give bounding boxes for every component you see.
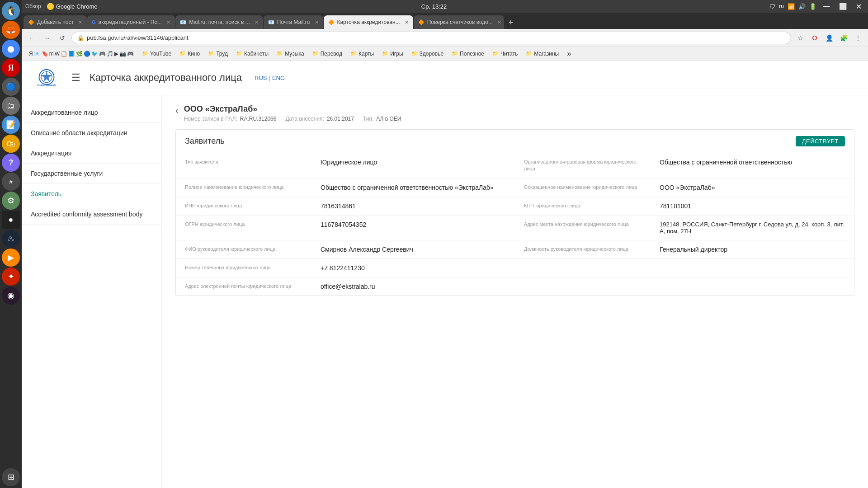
bookmark-perevod[interactable]: 📁 Перевод — [309, 48, 346, 59]
bookmark-misc-icons[interactable]: Я 📧 🔖 m W 📋 📘 🌿 🔵 🐦 🎮 🎵 ▶ 📷 🎮 — [25, 48, 137, 59]
sidebar-item-state-services[interactable]: Государственные услуги — [22, 164, 161, 184]
field-value-kpp: 781101001 — [651, 197, 854, 215]
close-icon[interactable]: ✕ — [853, 2, 864, 11]
bookmark-trud-label: Труд — [216, 51, 228, 57]
back-button[interactable]: ← — [25, 32, 38, 44]
taskbar-vlc[interactable]: ▶ — [2, 249, 20, 267]
chrome-icon: 🟡 — [47, 3, 54, 10]
minimize-icon[interactable]: — — [820, 2, 833, 10]
maximize-icon[interactable]: ⬜ — [836, 3, 849, 10]
tab-meters-close[interactable]: ✕ — [497, 19, 501, 25]
url-bar[interactable]: 🔒 pub.fsa.gov.ru/ral/view/31146/applican… — [71, 32, 791, 44]
tab-mailru[interactable]: 📧 Почта Mail.ru ✕ — [264, 15, 323, 29]
forward-button[interactable]: → — [41, 32, 53, 44]
opera-icon[interactable]: O — [808, 32, 821, 44]
site-header: РОСАККРЕДИТАЦИЯ ☰ Карточка аккредитованн… — [22, 61, 868, 95]
sidebar-item-applicant[interactable]: Заявитель — [22, 184, 161, 204]
taskbar-yandex[interactable]: Я — [2, 59, 20, 77]
field-value-full-name: Общество с ограниченной ответственностью… — [311, 178, 515, 197]
tab-mailru-search[interactable]: 📧 Mail.ru: почта, поиск в ... ✕ — [175, 15, 263, 29]
tab-accred-icon: G — [92, 19, 96, 25]
bookmark-poleznoe[interactable]: 📁 Полезное — [448, 48, 488, 59]
sidebar-item-conformity[interactable]: Accredited conformity assessment body — [22, 204, 161, 225]
entity-ral: Номер записи в РАЛ: RA.RU.312066 — [184, 116, 277, 122]
tab-mailru-icon: 📧 — [268, 19, 274, 25]
lang-switcher: RUS | ENG — [255, 75, 285, 81]
tab-accredited-card-icon: 🔶 — [328, 19, 335, 25]
taskbar-red[interactable]: ✦ — [2, 267, 20, 286]
sidebar-item-accredited[interactable]: Аккредитованное лицо — [22, 103, 161, 123]
bookmark-zdorovye[interactable]: 📁 Здоровье — [408, 48, 448, 59]
bookmark-folder-icon-kino: 📁 — [179, 51, 186, 56]
tab-accred[interactable]: G аккредатационный - По... ✕ — [87, 15, 175, 29]
bookmark-folder-icon-zdorovye: 📁 — [411, 51, 418, 56]
taskbar-chrome[interactable]: ⬤ — [2, 40, 20, 58]
table-row: ИНН юридического лица 7816314861 КПП юри… — [176, 197, 854, 215]
bookmark-muzyka[interactable]: 📁 Музыка — [273, 48, 307, 59]
bookmark-more-button[interactable]: » — [563, 48, 575, 59]
taskbar-help[interactable]: ? — [2, 154, 20, 172]
taskbar-calc[interactable]: # — [2, 173, 20, 191]
sidebar-item-accreditation[interactable]: Аккредитация — [22, 143, 161, 164]
tab-accred-label: аккредатационный - По... — [99, 19, 162, 25]
reload-button[interactable]: ↺ — [56, 32, 69, 44]
back-button[interactable]: ‹ — [175, 105, 179, 116]
site-wrapper: РОСАККРЕДИТАЦИЯ ☰ Карточка аккредитованн… — [22, 61, 868, 488]
profile-button[interactable]: 👤 — [823, 32, 835, 44]
lang-eng-button[interactable]: ENG — [272, 75, 285, 81]
menu-button[interactable]: ⋮ — [852, 32, 864, 44]
new-tab-button[interactable]: + — [505, 16, 517, 29]
bookmark-chitat[interactable]: 📁 Читать — [489, 48, 521, 59]
field-label-org-form: Организационно-правовая форма юридическо… — [515, 153, 651, 178]
main-layout: Аккредитованное лицо Описание области ак… — [22, 95, 868, 488]
taskbar-dark[interactable]: ◉ — [2, 286, 20, 305]
bookmark-folder-icon-trud: 📁 — [208, 51, 214, 56]
tab-accred-close[interactable]: ✕ — [166, 19, 170, 25]
lang-rus-button[interactable]: RUS — [255, 75, 267, 81]
bookmark-star-button[interactable]: ☆ — [794, 32, 807, 44]
tab-accredited-card[interactable]: 🔶 Карточка аккредитован... ✕ — [324, 15, 413, 29]
bookmark-youtube[interactable]: 📁 YouTube — [138, 48, 175, 59]
table-row: ФИО руководителя юридического лица Смирн… — [176, 240, 854, 258]
bookmark-trud[interactable]: 📁 Труд — [204, 48, 231, 59]
taskbar-notepad[interactable]: 📝 — [2, 116, 20, 134]
bookmark-igry[interactable]: 📁 Игры — [378, 48, 406, 59]
taskbar-firefox[interactable]: 🦊 — [2, 21, 20, 39]
tab-mailru-close[interactable]: ✕ — [315, 19, 319, 25]
page-title: Карточка аккредитованного лица — [90, 72, 242, 84]
bookmark-poleznoe-label: Полезное — [460, 51, 484, 57]
tab-add-post-close[interactable]: ✕ — [78, 19, 82, 25]
bookmark-kino[interactable]: 📁 Кино — [176, 48, 203, 59]
field-label-ogrn: ОГРН юридического лица — [176, 215, 311, 240]
entity-meta: Номер записи в РАЛ: RA.RU.312066 Дата вн… — [184, 116, 401, 122]
taskbar-obs[interactable]: ● — [2, 211, 20, 229]
site-logo: РОСАККРЕДИТАЦИЯ — [31, 64, 62, 91]
taskbar-tools[interactable]: ⚙ — [2, 192, 20, 210]
tab-mailru-search-close[interactable]: ✕ — [255, 19, 259, 25]
tab-accredited-card-close[interactable]: ✕ — [405, 19, 409, 25]
tab-meters[interactable]: 🔶 Поверка счетчиков водо... ✕ — [414, 15, 504, 29]
tab-add-post[interactable]: 🔶 Добавить пост ✕ — [24, 15, 87, 29]
taskbar-files[interactable]: 🗂 — [2, 97, 20, 115]
taskbar-misc1[interactable]: 🔵 — [2, 78, 20, 96]
bookmark-kabinety[interactable]: 📁 Кабинеты — [232, 48, 272, 59]
hamburger-button[interactable]: ☰ — [70, 70, 82, 85]
taskbar-apps[interactable]: ⊞ — [2, 468, 20, 486]
taskbar-overview[interactable]: 🐧 — [2, 2, 20, 20]
bookmark-magaziny[interactable]: 📁 Магазины — [522, 48, 562, 59]
bookmark-chitat-label: Читать — [500, 51, 518, 57]
bookmark-youtube-label: YouTube — [150, 51, 171, 57]
sidebar-item-description[interactable]: Описание области аккредитации — [22, 123, 161, 143]
taskbar-steam[interactable]: ♨ — [2, 230, 20, 248]
table-row: Тип заявителя Юридическое лицо Организац… — [176, 153, 854, 178]
tab-add-post-label: Добавить пост — [37, 19, 74, 25]
field-label-empty2 — [515, 277, 651, 296]
tab-mailru-search-label: Mail.ru: почта, поиск в ... — [189, 19, 250, 25]
field-label-empty1 — [515, 258, 651, 277]
taskbar-bag[interactable]: 🛍 — [2, 135, 20, 153]
field-value-email: office@ekstralab.ru — [311, 277, 515, 296]
shield-icon: 🛡 — [769, 3, 775, 10]
chrome-name: Google Chrome — [56, 3, 98, 10]
bookmark-karty[interactable]: 📁 Карты — [347, 48, 377, 59]
extensions-button[interactable]: 🧩 — [837, 32, 850, 44]
